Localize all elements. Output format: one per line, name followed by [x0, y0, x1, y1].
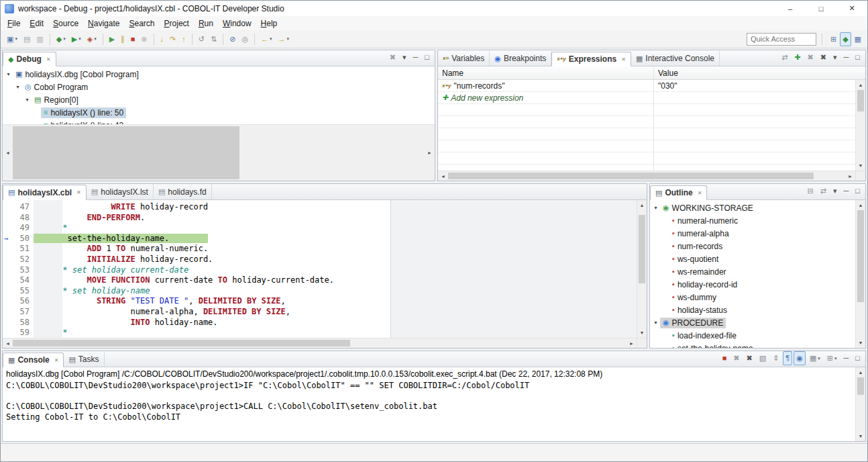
- close-tab-icon[interactable]: ✕: [698, 190, 702, 196]
- terminate-button[interactable]: ■: [128, 32, 138, 46]
- line-number[interactable]: 52: [13, 255, 30, 265]
- scroll-thumb[interactable]: [13, 126, 239, 180]
- maximize-view-button[interactable]: □: [422, 50, 432, 64]
- close-button[interactable]: ✕: [836, 1, 867, 16]
- maximize-view-button[interactable]: □: [853, 184, 863, 198]
- scroll-down-arrow[interactable]: ▼: [637, 328, 647, 338]
- outline-node-numeral-alpha[interactable]: ▪numeral-alpha: [650, 227, 855, 240]
- editor-tab-holidaysix-lst[interactable]: ▤holidaysIX.lst: [87, 184, 154, 199]
- minimize-button[interactable]: –: [775, 1, 806, 16]
- menu-window[interactable]: Window: [218, 17, 256, 30]
- menu-file[interactable]: File: [3, 17, 25, 30]
- annotation-cell[interactable]: [3, 296, 13, 307]
- debug-horizontal-scrollbar[interactable]: ◄►: [3, 124, 435, 181]
- outline-node-holiday-status[interactable]: ▪holiday-status: [650, 304, 855, 316]
- scroll-down-arrow[interactable]: ▼: [856, 160, 865, 171]
- run-button[interactable]: ▶▾: [69, 32, 84, 46]
- debug-node-region-0[interactable]: ▾▤Region[0]: [3, 93, 435, 106]
- minimize-view-button[interactable]: ─: [841, 184, 852, 198]
- scroll-track[interactable]: [448, 171, 845, 181]
- scroll-up-arrow[interactable]: ▲: [856, 80, 865, 90]
- annotation-cell[interactable]: [3, 286, 13, 297]
- maximize-view-button[interactable]: □: [853, 351, 863, 365]
- line-number[interactable]: 47: [13, 202, 30, 213]
- scroll-track[interactable]: [856, 90, 865, 160]
- expression-name-cell[interactable]: x+y"num-records": [438, 80, 654, 91]
- code-line[interactable]: STRING "TEST DATE ", DELIMITED BY SIZE,: [34, 296, 637, 307]
- outline-node-holiday-record-id[interactable]: ▪holiday-record-id: [650, 278, 855, 291]
- word-wrap-button[interactable]: ¶: [783, 351, 792, 365]
- menu-source[interactable]: Source: [48, 17, 83, 30]
- view-tab-outline[interactable]: ▤ Outline ✕: [650, 185, 707, 200]
- debug-perspective-button[interactable]: ◆: [840, 32, 851, 46]
- scroll-track[interactable]: [637, 210, 647, 328]
- save-button[interactable]: ▤: [21, 32, 33, 46]
- outline-node-num-records[interactable]: ▪num-records: [650, 240, 855, 252]
- view-tab-expressions[interactable]: x+yExpressions✕: [551, 52, 631, 66]
- debug-node-cobol-program[interactable]: ▾◎Cobol Program: [3, 81, 435, 93]
- empty-expression-row[interactable]: [438, 116, 855, 128]
- suspend-button[interactable]: ∥: [118, 32, 127, 46]
- menu-help[interactable]: Help: [256, 17, 282, 30]
- view-tab-interactive-console[interactable]: ▦Interactive Console: [631, 51, 720, 66]
- code-line[interactable]: ADD 1 TO numeral-numeric.: [34, 244, 637, 255]
- column-header-name[interactable]: Name: [438, 66, 654, 79]
- annotation-cell[interactable]: [3, 328, 13, 338]
- console-output[interactable]: holidaysIX.dbg [Cobol Program] /C:/COBOL…: [3, 367, 855, 441]
- expression-row[interactable]: x+y"num-records""030": [438, 80, 855, 92]
- skip-all-breakpoints-button[interactable]: ⊘: [227, 32, 238, 46]
- dropdown-arrow-icon[interactable]: ▾: [94, 36, 97, 42]
- annotation-cell[interactable]: [3, 318, 13, 328]
- annotation-cell[interactable]: [3, 244, 13, 255]
- menu-run[interactable]: Run: [194, 17, 218, 30]
- remove-all-expressions-button[interactable]: ✖: [818, 50, 829, 64]
- close-tab-icon[interactable]: ✕: [621, 56, 626, 62]
- expander-icon[interactable]: ▾: [23, 97, 32, 103]
- scroll-thumb[interactable]: [857, 377, 864, 395]
- menu-edit[interactable]: Edit: [25, 17, 48, 30]
- step-over-button[interactable]: ↷: [167, 32, 178, 46]
- outline-node-numeral-numeric[interactable]: ▪numeral-numeric: [650, 214, 855, 227]
- step-into-button[interactable]: ↓: [158, 32, 167, 46]
- code-line[interactable]: * set holiday-name: [34, 286, 637, 297]
- drop-to-frame-button[interactable]: ↺: [196, 32, 207, 46]
- maximize-button[interactable]: □: [806, 1, 836, 16]
- code-line[interactable]: * set holiday current-date: [34, 265, 637, 276]
- scroll-thumb[interactable]: [13, 340, 350, 346]
- add-expression-button[interactable]: ✚: [792, 50, 803, 64]
- annotation-cell[interactable]: [3, 223, 13, 234]
- view-menu-button[interactable]: ▾: [400, 50, 409, 64]
- annotation-ruler[interactable]: →: [3, 200, 13, 338]
- step-return-button[interactable]: ↑: [179, 32, 188, 46]
- view-tab-breakpoints[interactable]: ◉Breakpoints: [490, 51, 551, 66]
- column-header-value[interactable]: Value: [654, 66, 865, 79]
- view-menu-button[interactable]: ▾: [830, 50, 840, 64]
- outline-node-ws-remainder[interactable]: ▪ws-remainder: [650, 265, 855, 278]
- dropdown-arrow-icon[interactable]: ▾: [78, 36, 81, 42]
- expression-row[interactable]: ✚Add new expression: [438, 92, 855, 104]
- dropdown-arrow-icon[interactable]: ▾: [270, 36, 272, 42]
- remove-all-terminated-button[interactable]: ✖: [387, 50, 398, 64]
- code-line[interactable]: numeral-alpha, DELIMITED BY SIZE,: [34, 307, 637, 318]
- view-tab-variables[interactable]: x=Variables: [438, 51, 490, 66]
- expression-name-cell[interactable]: ✚Add new expression: [438, 92, 654, 103]
- external-tools-button[interactable]: ◈▾: [85, 32, 99, 46]
- expression-value-cell[interactable]: [654, 92, 855, 103]
- outline-vertical-scrollbar[interactable]: ▲▼: [855, 200, 865, 348]
- line-number[interactable]: 56: [13, 296, 30, 307]
- expressions-horizontal-scrollbar[interactable]: ◄►: [438, 171, 855, 181]
- collapse-all-button[interactable]: ⊟: [805, 184, 816, 198]
- annotation-cell[interactable]: →: [3, 234, 13, 244]
- line-number[interactable]: 48: [13, 213, 30, 224]
- dropdown-arrow-icon[interactable]: ▾: [834, 356, 837, 361]
- debug-node-holidaysix-line-43[interactable]: ≡holidaysIX () line: 43: [3, 119, 435, 124]
- line-number[interactable]: 58: [13, 318, 30, 328]
- scroll-up-arrow[interactable]: ▲: [856, 200, 865, 210]
- line-number[interactable]: 51: [13, 244, 30, 255]
- code-editor[interactable]: WRITE holiday-record END-PERFORM. * set-…: [34, 200, 637, 338]
- scroll-right-arrow[interactable]: ►: [627, 338, 637, 348]
- scroll-up-arrow[interactable]: ▲: [637, 200, 647, 210]
- show-type-names-button[interactable]: ⇄: [779, 50, 790, 64]
- scroll-left-arrow[interactable]: ◄: [3, 125, 13, 181]
- disconnect-button[interactable]: ⊗: [138, 32, 150, 46]
